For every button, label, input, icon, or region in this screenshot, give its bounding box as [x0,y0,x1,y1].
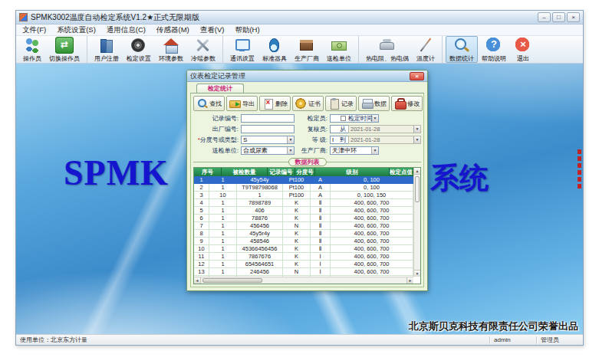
menu-item[interactable]: 帮助(H) [235,25,259,35]
table-row[interactable]: 7 1 456456 N Ⅱ 400, 600, 700 [194,222,413,230]
graduation-type-label: *分度号或类型: [193,136,241,144]
dropdown-arrow-icon[interactable]: ▼ [287,147,294,154]
verifier-label: 检定员: [295,114,330,123]
menu-item[interactable]: 传感器(M) [156,25,189,35]
cell-verify-points: 0, 100 [331,176,413,183]
toolbar-button[interactable]: 温度计 [413,36,439,63]
date-from-select[interactable]: 2021-01-28 ▼ [348,125,421,133]
toolbar-button[interactable]: 操作员 [19,36,45,63]
table-row[interactable]: 2 1 T9T98798068 Pt100 A 0, 100 [194,184,413,192]
search-form: 记录编号: 检定员: ▼ 出厂编号: [193,113,421,156]
horizontal-scroll-thumb[interactable] [202,278,262,283]
dialog-toolbar-button[interactable]: 修改 [391,96,423,111]
toolbar-button[interactable]: 退出 [510,36,536,63]
maximize-button[interactable]: □ [552,12,565,22]
table-row[interactable]: 3 10 1 Pt100 A 0, 100, 150 [194,192,413,199]
factory-number-input[interactable] [241,125,295,133]
dialog-toolbar-button[interactable]: 证书 [292,96,324,111]
dropdown-arrow-icon[interactable]: ▼ [287,136,294,143]
toolbar-button-label: 温度计 [416,54,435,63]
dialog-toolbar-button[interactable]: 删除 [259,96,291,111]
dialog-toolbar-button[interactable]: 数据 [358,96,390,111]
dialog-close-button[interactable]: × [410,72,424,80]
scroll-up-icon[interactable]: ▲ [414,168,420,175]
table-row[interactable]: 1 1 45y54y Pt100 A 0, 100 [194,176,413,184]
cell-graduation: N [283,222,311,229]
cell-graduation: K [283,238,311,244]
scroll-left-icon[interactable]: ◄ [194,277,201,284]
table-row[interactable]: 8 1 45y5r4y K Ⅱ 400, 600, 700 [194,230,413,238]
dialog-toolbar-button[interactable]: 记录 [325,96,357,111]
toolbar-button[interactable]: 冷端参数 [187,36,219,63]
tab-verification-statistics[interactable]: 检定统计 [196,84,244,93]
vertical-scrollbar[interactable]: ▲ ▼ [413,168,420,277]
menubar: 文件(F)系统设置(S)通用信息(C)传感器(M)查看(V)帮助(H) [16,25,583,36]
toolbar-button[interactable]: 用户注册 [91,36,123,63]
table-row[interactable]: 9 1 458546 K Ⅱ 400, 600, 700 [194,238,413,245]
cell-graduation: K [283,245,311,252]
toolbar-button[interactable]: 通讯设置 [226,36,258,63]
cell-index: 4 [194,199,209,206]
column-header[interactable]: 被检数量 [222,168,268,176]
toolbar-button[interactable]: 生产厂商 [291,36,323,63]
window-title: SPMK3002温度自动检定系统V1.2★正式无限期版 [31,12,535,23]
dialog-toolbar-button-label: 查找 [209,100,222,108]
verify-time-checkbox[interactable] [341,116,346,121]
cell-graduation: K [283,230,311,237]
dialog-toolbar-button-label: 数据 [374,100,387,108]
cell-record-number: 78876 [237,215,283,221]
horizontal-scrollbar[interactable]: ◄ ► [194,277,413,284]
operator-icon [23,37,41,54]
data-list-divider: 数据列表 [193,158,421,166]
column-header[interactable]: 级别 [315,168,390,176]
switch-operator-icon [55,37,74,54]
column-header[interactable]: 记录编号 [268,168,295,176]
minimize-button[interactable]: – [538,12,551,22]
cell-verify-points: 0, 100 [331,184,413,191]
graduation-type-select[interactable]: S ▼ [241,136,295,144]
table-row[interactable]: 4 1 7898789 K Ⅱ 400, 600, 700 [194,199,413,207]
record-number-input[interactable] [241,114,295,123]
menu-item[interactable]: 查看(V) [200,25,225,35]
column-header[interactable]: 分度号 [295,168,315,176]
menu-item[interactable]: 文件(F) [22,25,46,35]
toolbar-button[interactable]: 数据统计 [446,36,478,63]
toolbar-button[interactable]: 帮助说明 [478,36,510,63]
table-row[interactable]: 5 1 406 K Ⅱ 400, 600, 700 [194,207,413,215]
toolbar-group: 用户注册 检定设置 环境参数 冷端参数 [87,36,221,63]
table-row[interactable]: 10 1 45366456456 K Ⅱ 400, 600, 700 [194,245,413,253]
dropdown-arrow-icon[interactable]: ▼ [413,136,420,143]
scroll-down-icon[interactable]: ▼ [414,270,420,277]
toolbar-button[interactable]: 热电阻、热电偶 [362,36,413,63]
scroll-right-icon[interactable]: ► [406,277,413,284]
cell-index: 5 [194,207,209,214]
toolbar-button[interactable]: 标准器具 [258,36,291,63]
table-row[interactable]: 6 1 78876 K Ⅱ 400, 600, 700 [194,215,413,222]
toolbar-button[interactable]: 检定设置 [123,36,155,63]
manufacturer-select[interactable]: 天津中环 ▼ [330,146,379,155]
table-row[interactable]: 12 1 654564651 K Ⅰ 400, 600, 700 [194,261,413,268]
dialog-toolbar-button[interactable]: 查找 [193,96,225,111]
toolbar-button[interactable]: 切换操作员 [45,36,84,63]
menu-item[interactable]: 系统设置(S) [57,25,96,35]
menu-item[interactable]: 通用信息(C) [107,25,146,35]
statusbar: 使用单位：北京东方计量 admin 管理员 [16,334,583,345]
date-to-select[interactable]: 2021-01-28 ▼ [348,136,421,144]
toolbar-button[interactable]: 送检单位 [323,36,355,63]
dropdown-arrow-icon[interactable]: ▼ [371,147,378,154]
table-row[interactable]: 11 1 7867676 K Ⅰ 400, 600, 700 [194,253,413,261]
toolbar-button-label: 环境参数 [159,54,183,63]
column-header[interactable]: 检定点值 [390,168,413,176]
data-stats-icon [453,37,471,54]
dialog-toolbar-button[interactable]: 导出 [226,96,258,111]
column-header[interactable]: 序号 [194,168,222,176]
cell-record-number: 456456 [237,222,283,229]
cell-quantity: 1 [209,199,237,206]
toolbar-button[interactable]: 环境参数 [155,36,187,63]
vertical-scroll-thumb[interactable] [415,176,420,202]
main-toolbar: 操作员 切换操作员 用户注册 [16,36,583,64]
send-unit-select[interactable]: 合成尿素 ▼ [241,146,295,155]
dropdown-arrow-icon[interactable]: ▼ [413,126,420,133]
close-button[interactable]: × [567,12,580,22]
table-row[interactable]: 13 1 246456 N Ⅰ 400, 600, 700 [194,268,413,276]
